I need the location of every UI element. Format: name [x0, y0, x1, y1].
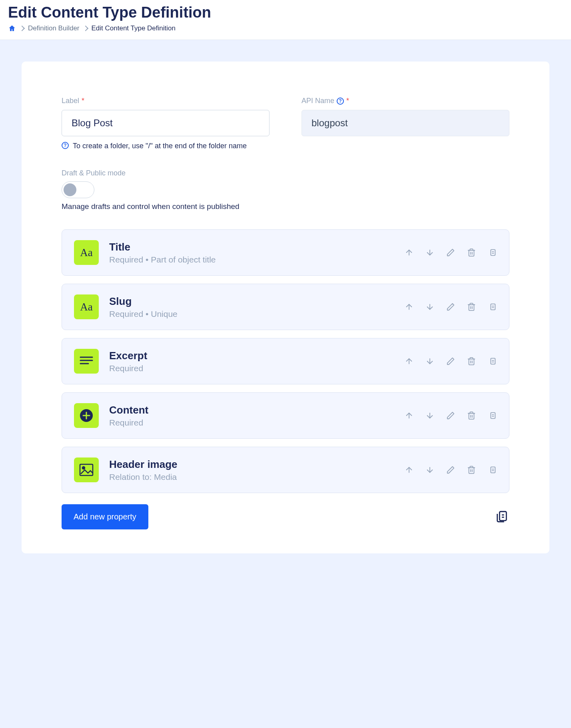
edit-button[interactable] [446, 248, 455, 257]
copy-schema-button[interactable] [495, 510, 509, 524]
help-icon[interactable]: ? [337, 97, 344, 105]
breadcrumb-current: Edit Content Type Definition [92, 24, 176, 32]
home-icon[interactable] [8, 24, 16, 32]
draftmode-description: Manage drafts and control when content i… [62, 202, 509, 211]
help-icon: ? [62, 142, 69, 149]
page-title: Edit Content Type Definition [8, 4, 563, 21]
edit-button[interactable] [446, 465, 455, 475]
field-card: AaSlugRequired • Unique [62, 284, 509, 330]
required-asterisk: * [82, 97, 84, 105]
editor-card: Label * ? To create a folder, use "/" at… [22, 62, 549, 553]
svg-rect-43 [499, 511, 506, 521]
duplicate-button[interactable] [487, 465, 497, 475]
move-up-button[interactable] [404, 302, 414, 312]
chevron-right-icon [19, 26, 25, 31]
field-card: AaTitleRequired • Part of object title [62, 229, 509, 276]
field-title: Title [109, 241, 394, 253]
field-meta: Required • Unique [109, 309, 394, 319]
draftmode-label: Draft & Public mode [62, 169, 509, 177]
field-meta: Relation to: Media [109, 472, 394, 482]
edit-button[interactable] [446, 302, 455, 312]
field-type-icon [74, 349, 99, 374]
apiname-input [301, 110, 509, 136]
duplicate-button[interactable] [487, 411, 497, 420]
label-input[interactable] [62, 110, 270, 136]
field-title: Slug [109, 295, 394, 308]
edit-button[interactable] [446, 356, 455, 366]
svg-rect-34 [80, 464, 93, 475]
field-card: ContentRequired [62, 392, 509, 439]
field-title: Header image [109, 458, 394, 471]
label-field-label: Label * [62, 97, 270, 105]
label-helper: ? To create a folder, use "/" at the end… [62, 141, 270, 151]
breadcrumb-parent[interactable]: Definition Builder [28, 24, 80, 32]
delete-button[interactable] [467, 411, 476, 420]
edit-button[interactable] [446, 411, 455, 420]
field-meta: Required • Part of object title [109, 255, 394, 265]
field-type-icon: Aa [74, 294, 99, 319]
delete-button[interactable] [467, 465, 476, 475]
breadcrumb: Definition Builder Edit Content Type Def… [8, 24, 563, 32]
svg-point-35 [82, 467, 85, 469]
field-meta: Required [109, 364, 394, 373]
svg-rect-4 [491, 250, 495, 256]
add-property-button[interactable]: Add new property [62, 504, 148, 529]
move-down-button[interactable] [425, 411, 435, 420]
field-title: Excerpt [109, 350, 394, 362]
duplicate-button[interactable] [487, 356, 497, 366]
svg-rect-40 [491, 467, 495, 473]
move-up-button[interactable] [404, 248, 414, 257]
field-meta: Required [109, 418, 394, 428]
svg-rect-21 [491, 358, 495, 364]
delete-button[interactable] [467, 302, 476, 312]
delete-button[interactable] [467, 248, 476, 257]
field-type-icon [74, 403, 99, 428]
move-down-button[interactable] [425, 248, 435, 257]
move-up-button[interactable] [404, 411, 414, 420]
move-down-button[interactable] [425, 302, 435, 312]
move-up-button[interactable] [404, 465, 414, 475]
apiname-field-label: API Name ? * [301, 97, 509, 105]
delete-button[interactable] [467, 356, 476, 366]
move-down-button[interactable] [425, 465, 435, 475]
field-type-icon: Aa [74, 240, 99, 265]
chevron-right-icon [82, 26, 88, 31]
move-up-button[interactable] [404, 356, 414, 366]
field-title: Content [109, 404, 394, 416]
field-type-icon [74, 457, 99, 482]
move-down-button[interactable] [425, 356, 435, 366]
field-card: Header imageRelation to: Media [62, 447, 509, 493]
field-card: ExcerptRequired [62, 338, 509, 384]
svg-rect-31 [491, 413, 495, 419]
required-asterisk: * [346, 97, 349, 105]
draftmode-toggle[interactable] [62, 181, 94, 198]
duplicate-button[interactable] [487, 248, 497, 257]
svg-rect-11 [491, 304, 495, 310]
duplicate-button[interactable] [487, 302, 497, 312]
